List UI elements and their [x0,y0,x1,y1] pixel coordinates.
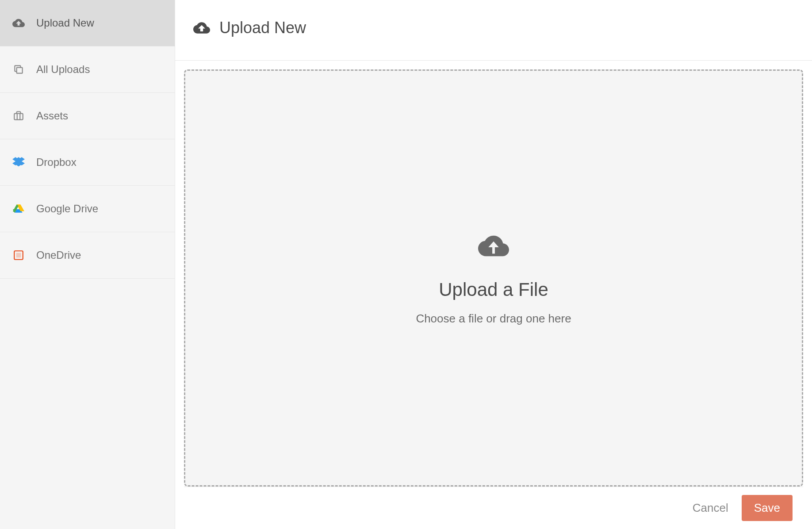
svg-rect-0 [17,68,23,73]
svg-rect-1 [14,114,23,120]
dropzone-title: Upload a File [439,279,548,300]
cloud-upload-large-icon [471,230,516,263]
page-title: Upload New [219,19,306,37]
google-drive-icon [11,201,27,217]
cloud-upload-icon [11,15,27,31]
file-dropzone[interactable]: Upload a File Choose a file or drag one … [184,69,803,487]
dropzone-subtitle: Choose a file or drag one here [416,312,571,326]
briefcase-icon [11,108,27,124]
sidebar-item-google-drive[interactable]: Google Drive [0,186,175,232]
sidebar-item-label: Upload New [36,17,94,29]
sidebar-item-assets[interactable]: Assets [0,93,175,139]
cloud-upload-icon [193,19,211,37]
sidebar-item-label: Assets [36,110,68,122]
svg-rect-3 [16,253,21,258]
cancel-button[interactable]: Cancel [690,496,731,520]
main-panel: Upload New Upload a File Choose a file o… [175,0,812,529]
sidebar-item-upload-new[interactable]: Upload New [0,0,175,46]
sidebar-item-label: All Uploads [36,63,90,76]
sidebar-item-label: OneDrive [36,249,81,261]
footer-actions: Cancel Save [184,487,803,529]
sidebar-item-onedrive[interactable]: OneDrive [0,232,175,279]
dropbox-icon [11,154,27,170]
save-button[interactable]: Save [742,495,793,521]
copy-icon [11,61,27,77]
sidebar-item-label: Dropbox [36,156,77,169]
page-header: Upload New [175,0,812,60]
onedrive-icon [11,247,27,263]
sidebar-item-all-uploads[interactable]: All Uploads [0,46,175,93]
sidebar-item-label: Google Drive [36,203,98,215]
sidebar-item-dropbox[interactable]: Dropbox [0,139,175,186]
content-area: Upload a File Choose a file or drag one … [175,60,812,529]
sidebar: Upload New All Uploads Assets Dr [0,0,175,529]
